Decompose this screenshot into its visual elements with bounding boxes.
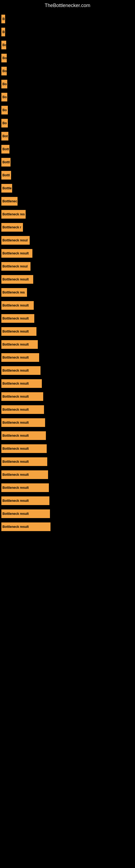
bar-row: Bo [0,117,135,130]
bar-item: Bo [1,119,8,127]
bar-row: Bottleneck r [0,221,135,234]
bar-row: Bo [0,38,135,52]
bar-item: Bottl [1,158,10,166]
bar-row: Bottleneck resul [0,260,135,273]
bar-item: Bottleneck result [1,405,44,414]
bar-item: Bottleneck result [1,444,47,453]
bar-item: Bottleneck result [1,366,41,375]
bar-item: Bottleneck result [1,522,50,531]
bar-item: Bottl [1,171,11,180]
bar-row: Bottleneck result [0,455,135,468]
bar-row: Bottleneck resul [0,234,135,247]
bar-row: Bottleneck result [0,273,135,286]
bar-item: Bottleneck resul [1,236,30,245]
bar-item: Bottleneck result [1,301,34,310]
bar-item: Bottleneck result [1,275,33,284]
bar-item: Bo [1,67,7,75]
bar-row: Bottleneck result [0,520,135,533]
bar-item: Bottleneck res [1,288,27,297]
bar-row: B [0,26,135,38]
bar-row: Bottleneck result [0,429,135,442]
bar-item: Bottleneck result [1,431,46,440]
bar-item: Bottleneck res [1,210,26,219]
bar-item: Bottleneck result [1,314,34,323]
bars-container: BBBoBoBoBoBoBoBoBotBottBottlBottlBottleB… [0,10,135,536]
bar-item: Bottleneck resul [1,262,31,271]
bar-item: Bottleneck result [1,484,49,492]
bar-item: B [1,14,5,23]
bar-row: Bottleneck result [0,442,135,455]
bar-item: Bo [1,93,7,101]
site-title: TheBottlenecker.com [0,0,135,10]
bar-row: Bottleneck result [0,299,135,312]
bar-row: Bottleneck result [0,247,135,260]
bar-item: Bottlenec [1,197,17,206]
bar-row: Bottleneck result [0,468,135,481]
bar-item: Bo [1,80,7,88]
bar-row: Bo [0,104,135,117]
bar-row: Bottleneck result [0,351,135,364]
bar-item: Bo [1,106,8,115]
bar-row: Bottleneck result [0,312,135,325]
bar-item: Bottleneck result [1,496,49,505]
bar-item: Bo [1,54,7,62]
bar-item: Bottleneck result [1,249,32,258]
bar-row: Bottleneck res [0,208,135,221]
bar-item: Bottleneck result [1,509,50,518]
bar-row: Bo [0,91,135,104]
bar-item: Bottleneck result [1,457,47,466]
bar-item: B [1,28,5,36]
bar-row: Bottleneck result [0,416,135,429]
bar-item: Bot [1,132,8,141]
bar-item: Bottleneck result [1,392,43,401]
bar-item: Bo [1,41,6,50]
bar-row: Bottl [0,169,135,182]
bar-item: Bottleneck result [1,327,37,336]
bar-row: Bottleneck result [0,364,135,377]
bar-row: Bo [0,78,135,91]
bar-row: Bo [0,65,135,78]
bar-item: Bottle [1,184,12,193]
bar-item: Bottleneck r [1,223,23,231]
bar-row: Bottleneck result [0,338,135,351]
bar-item: Bott [1,145,9,154]
bar-row: Bottl [0,156,135,169]
bar-row: Bo [0,52,135,65]
bar-row: Bot [0,130,135,143]
bar-item: Bottleneck result [1,340,38,349]
bar-item: Bottleneck result [1,470,48,479]
bar-row: Bottleneck res [0,286,135,299]
bar-row: Bottleneck result [0,481,135,494]
bar-item: Bottleneck result [1,418,45,427]
bar-row: Bottleneck result [0,377,135,390]
bar-row: Bottleneck result [0,494,135,507]
bar-row: Bottle [0,182,135,195]
bar-row: Bottleneck result [0,403,135,416]
bar-row: Bottleneck result [0,325,135,338]
bar-item: Bottleneck result [1,353,39,362]
bar-row: Bott [0,143,135,156]
bar-row: B [0,12,135,26]
bar-row: Bottleneck result [0,507,135,520]
bar-row: Bottleneck result [0,390,135,403]
bar-item: Bottleneck result [1,379,42,388]
bar-row: Bottlenec [0,195,135,208]
